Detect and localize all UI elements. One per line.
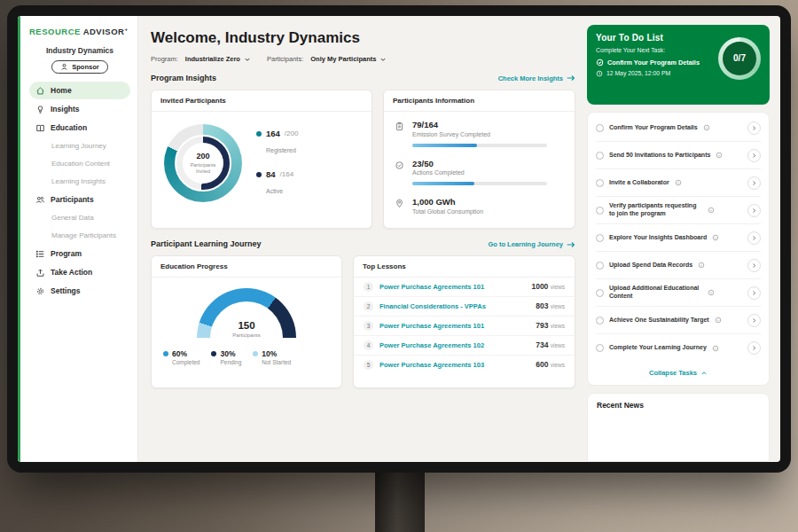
task-open-button[interactable] bbox=[747, 176, 761, 190]
lesson-link[interactable]: Power Purchase Agreements 101 bbox=[379, 322, 529, 330]
arrow-right-icon bbox=[567, 241, 575, 248]
info-icon[interactable] bbox=[712, 234, 719, 241]
task-checkbox[interactable] bbox=[596, 262, 604, 270]
sidebar: RESOURCE ADVISOR+ Industry Dynamics Spon… bbox=[18, 16, 138, 462]
task-label: Invite a Collaborator bbox=[609, 179, 669, 187]
task-checkbox[interactable] bbox=[596, 152, 604, 160]
sidebar-item-manage-participants[interactable]: Manage Participants bbox=[29, 227, 130, 244]
nav-label: Take Action bbox=[51, 268, 92, 278]
location-pin-icon bbox=[395, 199, 404, 208]
lesson-row: 5 Power Purchase Agreements 103 600 view… bbox=[354, 356, 575, 374]
task-open-button[interactable] bbox=[747, 341, 761, 355]
task-open-button[interactable] bbox=[747, 231, 761, 245]
task-row-complete-learning-journey[interactable]: Complete Your Learning Journey bbox=[596, 334, 761, 362]
info-icon[interactable] bbox=[675, 179, 682, 186]
sidebar-item-take-action[interactable]: Take Action bbox=[29, 263, 130, 281]
lesson-views-word: views bbox=[551, 303, 565, 309]
consumption-label: Total Global Consumption bbox=[412, 208, 483, 216]
info-icon[interactable] bbox=[703, 124, 710, 131]
info-icon[interactable] bbox=[715, 317, 722, 324]
invited-card-title: Invited Participants bbox=[152, 90, 372, 112]
actions-completed-row: 23/50 Actions Completed bbox=[384, 151, 575, 190]
task-row-upload-educational-content[interactable]: Upload Additional Educational Content bbox=[596, 279, 761, 307]
info-icon[interactable] bbox=[698, 262, 705, 269]
info-icon[interactable] bbox=[708, 289, 715, 296]
lesson-link[interactable]: Financial Considerations - VPPAs bbox=[379, 302, 529, 310]
info-icon[interactable] bbox=[716, 152, 723, 159]
program-filter-dropdown[interactable]: Industrialize Zero bbox=[185, 55, 251, 63]
task-row-explore-insights[interactable]: Explore Your Insights Dashboard bbox=[596, 224, 761, 252]
task-checkbox[interactable] bbox=[596, 317, 604, 325]
sidebar-item-learning-journey[interactable]: Learning Journey bbox=[29, 137, 130, 154]
people-icon bbox=[35, 195, 45, 205]
top-lessons-card: Top Lessons 1 Power Purchase Agreements … bbox=[353, 255, 575, 388]
task-checkbox[interactable] bbox=[596, 179, 604, 187]
lesson-row: 1 Power Purchase Agreements 101 1000 vie… bbox=[354, 278, 575, 297]
person-icon bbox=[60, 63, 68, 71]
sponsor-badge[interactable]: Sponsor bbox=[51, 60, 107, 74]
lesson-link[interactable]: Power Purchase Agreements 101 bbox=[379, 283, 525, 291]
lesson-views-count: 600 bbox=[536, 360, 548, 369]
task-checkbox[interactable] bbox=[596, 344, 604, 352]
task-open-button[interactable] bbox=[747, 286, 761, 300]
task-label: Complete Your Learning Journey bbox=[609, 344, 707, 352]
task-row-invite-collaborator[interactable]: Invite a Collaborator bbox=[596, 169, 761, 197]
gauge-center-label: Participants bbox=[197, 332, 296, 340]
task-row-send-invitations[interactable]: Send 50 Invitations to Participants bbox=[596, 142, 761, 169]
info-icon[interactable] bbox=[712, 345, 719, 352]
todo-summary-card: Your To Do List Complete Your Next Task:… bbox=[587, 25, 770, 105]
task-checkbox[interactable] bbox=[596, 124, 604, 132]
task-open-button[interactable] bbox=[747, 204, 761, 217]
collapse-tasks-link[interactable]: Collapse Tasks bbox=[596, 362, 761, 383]
progress-fill bbox=[412, 182, 474, 185]
sidebar-item-education[interactable]: Education bbox=[29, 119, 130, 137]
nav-label: Home bbox=[51, 86, 72, 96]
gauge-center: 150 Participants bbox=[197, 319, 296, 339]
logo-plus: + bbox=[124, 27, 128, 32]
legend-completed: 60% Completed bbox=[163, 349, 200, 366]
invited-donut-body: 200 Participants Invited 164 bbox=[152, 112, 372, 215]
logo-part1: RESOURCE bbox=[29, 27, 81, 36]
todo-next-task[interactable]: Confirm Your Program Details bbox=[596, 59, 711, 66]
list-icon bbox=[35, 249, 45, 259]
task-open-button[interactable] bbox=[747, 121, 761, 135]
sidebar-item-insights[interactable]: Insights bbox=[29, 100, 130, 118]
task-open-button[interactable] bbox=[747, 259, 761, 272]
sidebar-item-program[interactable]: Program bbox=[29, 245, 130, 262]
chevron-right-icon bbox=[751, 317, 757, 324]
chevron-down-icon bbox=[379, 56, 387, 63]
sidebar-item-home[interactable]: Home bbox=[29, 82, 130, 99]
legend-label: Registered bbox=[266, 147, 296, 153]
task-row-confirm-program[interactable]: Confirm Your Program Details bbox=[596, 114, 761, 142]
task-row-achieve-sustainability-target[interactable]: Achieve One Sustainability Target bbox=[596, 307, 761, 334]
sidebar-item-education-content[interactable]: Education Content bbox=[29, 155, 130, 172]
lesson-link[interactable]: Power Purchase Agreements 103 bbox=[379, 361, 529, 369]
upload-action-icon bbox=[35, 268, 45, 278]
navy-dot bbox=[256, 172, 262, 177]
info-icon[interactable] bbox=[708, 207, 715, 214]
check-more-insights-link[interactable]: Check More Insights bbox=[498, 74, 575, 82]
emission-survey-row: 79/164 Emission Survey Completed bbox=[384, 112, 575, 151]
task-label: Upload Additional Educational Content bbox=[609, 285, 702, 301]
legend-total: /200 bbox=[285, 129, 299, 138]
go-to-learning-journey-link[interactable]: Go to Learning Journey bbox=[488, 240, 575, 248]
task-row-upload-spend-data[interactable]: Upload Spend Data Records bbox=[596, 252, 761, 279]
task-checkbox[interactable] bbox=[596, 207, 604, 215]
sidebar-item-participants[interactable]: Participants bbox=[29, 191, 130, 208]
task-checkbox[interactable] bbox=[596, 289, 604, 297]
lesson-link[interactable]: Power Purchase Agreements 102 bbox=[379, 341, 529, 349]
sidebar-item-general-data[interactable]: General Data bbox=[29, 209, 130, 226]
task-label: Achieve One Sustainability Target bbox=[609, 317, 709, 325]
participants-filter-dropdown[interactable]: Only My Participants bbox=[310, 55, 387, 63]
task-row-verify-participants[interactable]: Verify participants requesting to join t… bbox=[596, 197, 761, 224]
lesson-views-word: views bbox=[551, 323, 565, 329]
legend-label: Not Started bbox=[262, 359, 291, 366]
task-open-button[interactable] bbox=[747, 149, 761, 162]
task-checkbox[interactable] bbox=[596, 234, 604, 242]
chevron-right-icon bbox=[751, 235, 757, 241]
task-open-button[interactable] bbox=[747, 314, 761, 327]
education-progress-card: Education Progress 150 Participants bbox=[151, 255, 342, 388]
sidebar-item-settings[interactable]: Settings bbox=[29, 282, 130, 300]
nav-label: Insights bbox=[51, 105, 80, 114]
sidebar-item-learning-insights[interactable]: Learning Insights bbox=[29, 173, 130, 190]
